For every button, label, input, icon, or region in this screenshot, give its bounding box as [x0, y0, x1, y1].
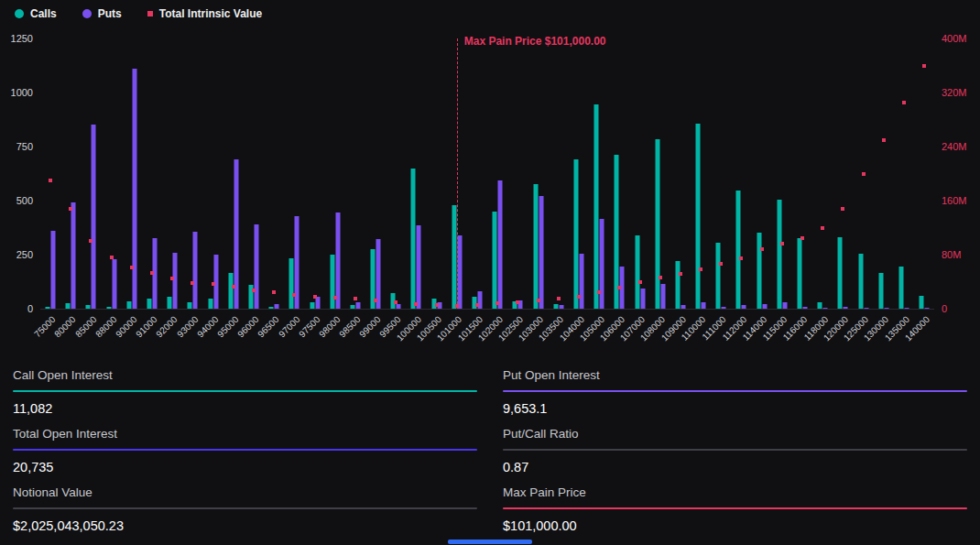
strike-group-106000[interactable]: 106000 — [609, 38, 629, 309]
strike-group-140000[interactable]: 140000 — [914, 38, 934, 309]
puts-bar[interactable] — [925, 308, 930, 309]
intrinsic-value-dot[interactable] — [882, 138, 886, 142]
strike-group-95000[interactable]: 95000 — [223, 38, 244, 309]
calls-bar[interactable] — [818, 302, 822, 309]
strike-group-118000[interactable]: 118000 — [812, 38, 833, 309]
intrinsic-value-dot[interactable] — [232, 285, 235, 289]
intrinsic-value-dot[interactable] — [841, 207, 844, 211]
calls-bar[interactable] — [452, 205, 456, 309]
puts-bar[interactable] — [355, 302, 360, 309]
puts-bar[interactable] — [600, 219, 604, 309]
intrinsic-value-dot[interactable] — [69, 207, 72, 211]
calls-bar[interactable] — [310, 302, 314, 309]
calls-bar[interactable] — [777, 200, 781, 309]
strike-group-91000[interactable]: 91000 — [142, 38, 162, 309]
calls-bar[interactable] — [106, 307, 111, 309]
intrinsic-value-dot[interactable] — [760, 247, 764, 251]
strike-group-116000[interactable]: 116000 — [792, 38, 812, 309]
puts-bar[interactable] — [782, 302, 787, 309]
strike-group-115000[interactable]: 115000 — [772, 38, 792, 309]
intrinsic-value-dot[interactable] — [191, 281, 194, 285]
puts-bar[interactable] — [660, 284, 665, 309]
strike-group-80000[interactable]: 80000 — [60, 38, 81, 309]
calls-bar[interactable] — [757, 233, 761, 309]
puts-bar[interactable] — [762, 304, 767, 309]
intrinsic-value-dot[interactable] — [638, 280, 642, 284]
puts-bar[interactable] — [335, 213, 340, 309]
puts-bar[interactable] — [864, 308, 868, 309]
strike-group-90000[interactable]: 90000 — [122, 38, 142, 309]
strike-group-98000[interactable]: 98000 — [325, 38, 345, 309]
intrinsic-value-dot[interactable] — [354, 297, 357, 300]
strike-group-108000[interactable]: 108000 — [650, 38, 670, 309]
puts-bar[interactable] — [457, 235, 462, 309]
calls-bar[interactable] — [594, 104, 599, 309]
intrinsic-value-dot[interactable] — [516, 300, 519, 304]
calls-bar[interactable] — [228, 273, 233, 309]
intrinsic-value-dot[interactable] — [679, 272, 682, 276]
puts-bar[interactable] — [397, 304, 401, 309]
puts-bar[interactable] — [417, 225, 421, 309]
puts-bar[interactable] — [275, 304, 279, 309]
strike-group-92000[interactable]: 92000 — [162, 38, 182, 309]
calls-bar[interactable] — [736, 191, 741, 309]
intrinsic-value-dot[interactable] — [557, 297, 561, 300]
intrinsic-value-dot[interactable] — [475, 303, 479, 307]
strike-group-100000[interactable]: 100000 — [406, 38, 426, 309]
strike-group-93000[interactable]: 93000 — [182, 38, 202, 309]
calls-bar[interactable] — [533, 184, 538, 309]
calls-bar[interactable] — [655, 139, 659, 309]
calls-bar[interactable] — [553, 304, 558, 309]
strike-group-101500[interactable]: 101500 — [467, 38, 487, 309]
strike-group-111000[interactable]: 111000 — [711, 38, 731, 309]
strike-group-99000[interactable]: 99000 — [365, 38, 386, 309]
strike-group-75000[interactable]: 75000 — [40, 38, 60, 309]
calls-bar[interactable] — [330, 255, 334, 309]
calls-bar[interactable] — [838, 237, 843, 309]
calls-bar[interactable] — [66, 303, 71, 309]
strike-group-99500[interactable]: 99500 — [386, 38, 406, 309]
intrinsic-value-dot[interactable] — [394, 300, 397, 304]
puts-bar[interactable] — [71, 202, 76, 309]
puts-bar[interactable] — [92, 125, 96, 309]
intrinsic-value-dot[interactable] — [150, 271, 154, 275]
strike-group-109000[interactable]: 109000 — [670, 38, 691, 309]
strike-group-107000[interactable]: 107000 — [629, 38, 649, 309]
calls-bar[interactable] — [350, 305, 354, 309]
intrinsic-value-dot[interactable] — [597, 290, 601, 294]
intrinsic-value-dot[interactable] — [333, 296, 337, 300]
legend-item-calls[interactable]: Calls — [15, 7, 57, 20]
strike-group-102000[interactable]: 102000 — [487, 38, 507, 309]
intrinsic-value-dot[interactable] — [902, 101, 906, 104]
strike-group-96500[interactable]: 96500 — [264, 38, 284, 309]
strike-group-98500[interactable]: 98500 — [345, 38, 365, 309]
calls-bar[interactable] — [858, 254, 863, 309]
strike-group-130000[interactable]: 130000 — [874, 38, 894, 309]
strike-group-94000[interactable]: 94000 — [203, 38, 223, 309]
intrinsic-value-dot[interactable] — [617, 286, 621, 289]
horizontal-scrollbar-thumb[interactable] — [448, 540, 532, 544]
calls-bar[interactable] — [798, 238, 802, 309]
strike-group-112000[interactable]: 112000 — [731, 38, 751, 309]
intrinsic-value-dot[interactable] — [800, 236, 804, 240]
puts-bar[interactable] — [539, 196, 543, 309]
intrinsic-value-dot[interactable] — [272, 290, 276, 294]
calls-bar[interactable] — [493, 212, 497, 309]
intrinsic-value-dot[interactable] — [719, 262, 723, 266]
intrinsic-value-dot[interactable] — [537, 299, 540, 302]
calls-bar[interactable] — [168, 297, 172, 309]
puts-bar[interactable] — [884, 308, 888, 309]
strike-group-102500[interactable]: 102500 — [507, 38, 528, 309]
calls-bar[interactable] — [573, 159, 578, 309]
strike-group-88000[interactable]: 88000 — [102, 38, 122, 309]
puts-bar[interactable] — [498, 180, 503, 309]
intrinsic-value-dot[interactable] — [252, 289, 256, 292]
calls-bar[interactable] — [289, 258, 294, 309]
puts-bar[interactable] — [112, 259, 116, 309]
intrinsic-value-dot[interactable] — [780, 242, 784, 245]
puts-bar[interactable] — [803, 307, 808, 309]
strike-group-135000[interactable]: 135000 — [894, 38, 914, 309]
strike-group-103000[interactable]: 103000 — [528, 38, 549, 309]
intrinsic-value-dot[interactable] — [495, 301, 499, 305]
strike-group-120000[interactable]: 120000 — [833, 38, 853, 309]
